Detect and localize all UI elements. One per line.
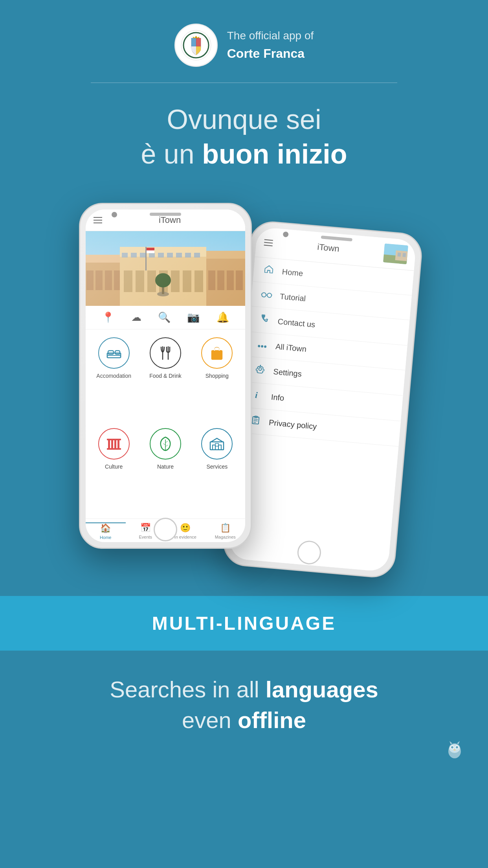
svg-line-60 — [165, 441, 168, 443]
svg-text:i: i — [255, 390, 258, 399]
tagline-line1: Ovunque sei — [141, 103, 347, 137]
svg-rect-18 — [171, 270, 180, 292]
menu-privacy-label: Privacy policy — [268, 418, 317, 431]
svg-rect-45 — [115, 351, 120, 354]
home-tab-icon: 🏠 — [100, 523, 111, 533]
bottom-line2-normal: even — [182, 707, 238, 733]
svg-rect-26 — [236, 270, 243, 290]
tagline: Ovunque sei è un buon inizio — [141, 103, 347, 171]
logo-circle — [174, 24, 218, 67]
svg-rect-35 — [194, 253, 200, 257]
svg-line-61 — [163, 443, 165, 445]
svg-rect-42 — [147, 250, 154, 253]
svg-rect-65 — [218, 445, 221, 450]
phone-menu-icon — [259, 314, 270, 326]
hamburger-icon-right[interactable] — [264, 239, 273, 246]
bell-icon[interactable]: 🔔 — [216, 311, 229, 324]
fork-knife-icon — [160, 346, 171, 360]
accommodation-circle — [98, 337, 130, 369]
gear-menu-icon — [254, 364, 266, 376]
svg-rect-19 — [183, 270, 191, 292]
category-accommodation[interactable]: Accomodation — [92, 337, 136, 420]
owl-icon — [445, 740, 464, 763]
services-circle — [201, 428, 233, 460]
tagline-line2-normal: è un — [141, 139, 202, 169]
svg-line-85 — [254, 421, 258, 421]
category-services[interactable]: Services — [195, 428, 239, 511]
category-food[interactable]: Food & Drink — [143, 337, 187, 420]
svg-rect-23 — [208, 270, 215, 290]
category-shopping[interactable]: Shopping — [195, 337, 239, 420]
magazines-tab-icon: 📋 — [220, 523, 231, 533]
svg-rect-8 — [86, 270, 94, 290]
svg-rect-44 — [108, 351, 114, 354]
search-icon[interactable]: 🔍 — [158, 311, 171, 324]
svg-rect-28 — [131, 253, 137, 257]
tagline-line2-bold: buon inizio — [202, 139, 347, 169]
food-label: Food & Drink — [149, 373, 182, 379]
phone-speaker-left — [150, 213, 181, 216]
menu-list: Home Tutorial — [229, 257, 414, 572]
phone-screen-left: iTown — [86, 210, 245, 542]
home-menu-icon — [263, 265, 275, 276]
svg-rect-10 — [105, 270, 112, 290]
bottom-line1-bold: languages — [266, 677, 378, 702]
svg-point-38 — [155, 273, 171, 287]
tab-magazines[interactable]: 📋 Magazines — [205, 523, 246, 540]
tab-home[interactable]: 🏠 Home — [86, 522, 126, 540]
svg-line-75 — [261, 294, 262, 294]
banner-strip: MULTI-LINGUAGE — [0, 596, 488, 651]
house-icon — [264, 265, 274, 274]
menu-contact-label: Contact us — [277, 317, 316, 329]
svg-point-72 — [262, 292, 266, 297]
leaf-icon — [159, 436, 172, 451]
hamburger-icon[interactable] — [94, 217, 102, 223]
info-menu-icon: i — [252, 390, 264, 401]
shopping-circle — [201, 337, 233, 369]
columns-icon — [106, 437, 121, 451]
accommodation-label: Accomodation — [96, 373, 131, 379]
menu-settings-label: Settings — [273, 367, 302, 378]
svg-rect-33 — [176, 253, 182, 257]
banner-text: MULTI-LINGUAGE — [152, 613, 336, 634]
svg-line-84 — [254, 419, 258, 419]
hero-image — [86, 231, 245, 306]
divider — [91, 83, 397, 83]
cloud-icon[interactable]: ☁ — [131, 311, 141, 324]
svg-rect-25 — [227, 270, 234, 290]
three-dots-icon — [258, 344, 267, 348]
svg-rect-16 — [147, 270, 156, 292]
category-nature[interactable]: Nature — [143, 428, 187, 511]
svg-rect-56 — [111, 440, 113, 448]
header: The official app of Corte Franca Ovunque… — [0, 0, 488, 171]
nature-label: Nature — [157, 463, 174, 470]
info-icon: i — [254, 390, 262, 399]
camera-icon[interactable]: 📷 — [187, 311, 200, 324]
phones-section: iTown — [0, 203, 488, 596]
svg-rect-41 — [147, 248, 154, 250]
dots-menu-icon — [256, 340, 268, 351]
clipboard-icon — [252, 416, 260, 425]
bag-icon — [210, 346, 224, 360]
category-culture[interactable]: Culture — [92, 428, 136, 511]
culture-circle — [98, 428, 130, 460]
magazines-tab-label: Magazines — [215, 535, 236, 539]
official-text-line1: The official app of — [227, 28, 314, 44]
menu-allitown-label: All iTown — [275, 342, 307, 354]
svg-line-62 — [165, 445, 168, 447]
svg-point-79 — [264, 346, 267, 348]
tagline-line2: è un buon inizio — [141, 137, 347, 172]
svg-point-93 — [451, 746, 453, 748]
services-label: Services — [206, 463, 227, 470]
svg-rect-15 — [136, 270, 144, 292]
bottom-wrapper: MULTI-LINGUAGE Searches in all languages… — [0, 596, 488, 775]
svg-marker-89 — [449, 741, 452, 744]
phone-screen-right: iTown — [229, 227, 416, 572]
location-icon[interactable]: 📍 — [102, 311, 114, 324]
bottom-line1-normal: Searches in all — [110, 677, 266, 702]
app-screen-left: iTown — [86, 210, 245, 542]
svg-point-73 — [267, 293, 272, 298]
phone-camera-left — [112, 212, 117, 217]
svg-point-78 — [261, 345, 264, 348]
svg-rect-71 — [402, 253, 406, 257]
